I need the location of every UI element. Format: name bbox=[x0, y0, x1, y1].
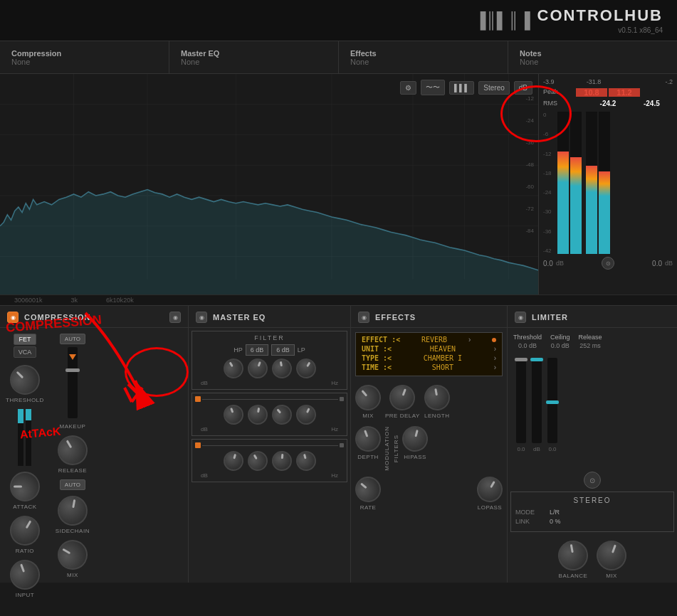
nav-mastereq-label: Master EQ bbox=[181, 49, 327, 58]
logo-icon: ▐║▌║▐ bbox=[475, 11, 530, 30]
limiter-faders: 0.0 dB 0.0 bbox=[508, 355, 677, 469]
input-label: INPUT bbox=[16, 592, 35, 598]
filter-knob-3 bbox=[272, 359, 292, 378]
makeup-fader[interactable] bbox=[68, 347, 78, 418]
auto-ratio-btn[interactable]: AUTO bbox=[60, 479, 85, 490]
release-label: RELEASE bbox=[58, 467, 87, 474]
rate-knob[interactable] bbox=[350, 471, 387, 507]
mastereq-power-btn[interactable]: ◉ bbox=[196, 312, 207, 323]
eq2-knob-4[interactable] bbox=[293, 401, 319, 428]
balance-knob[interactable] bbox=[556, 538, 591, 573]
stereo-btn[interactable]: Stereo bbox=[478, 81, 509, 95]
filters-label: FILTERS bbox=[393, 435, 399, 462]
eq3-knob-2[interactable] bbox=[243, 447, 271, 474]
filter-knob-3-ctrl[interactable] bbox=[270, 357, 293, 380]
release-fader-col: 0.0 bbox=[547, 358, 557, 466]
eq2-knob-1[interactable] bbox=[221, 402, 246, 428]
spectrum-area: ⚙ 〜〜 ▌▌▌ Stereo dB bbox=[0, 74, 677, 294]
depth-knob[interactable] bbox=[352, 423, 384, 455]
release-col: Release 252 ms bbox=[579, 334, 602, 349]
eq3-knob-1[interactable] bbox=[221, 449, 245, 473]
mix-knob[interactable] bbox=[350, 380, 387, 416]
mode-label: MODE bbox=[515, 509, 544, 516]
meter-bars: 0 -6 -12 -18 -24 -30 -36 -42 bbox=[543, 112, 673, 254]
ceiling-param-label: Ceiling bbox=[550, 334, 570, 341]
right-bar-1 bbox=[586, 112, 597, 254]
effects-line-3: TYPE :< CHAMBER I › bbox=[362, 354, 496, 362]
gr-meters bbox=[18, 409, 31, 466]
bars-btn[interactable]: ▌▌▌ bbox=[449, 81, 474, 95]
nav-compression-value: None bbox=[11, 58, 157, 66]
effects-panel: ◉ EFFECTS EFFECT :< REVERB › UNIT :< HEA… bbox=[351, 306, 508, 583]
makeup-indicator bbox=[69, 354, 76, 360]
effects-title: EFFECTS bbox=[375, 313, 416, 322]
filter-row-1 bbox=[195, 359, 344, 378]
effects-line-2: UNIT :< HEAVEN › bbox=[362, 345, 496, 353]
length-knob[interactable] bbox=[422, 383, 452, 413]
ceiling-param-val: 0.0 dB bbox=[551, 342, 570, 349]
waveform-btn[interactable]: 〜〜 bbox=[421, 80, 445, 95]
hipass-knob[interactable] bbox=[399, 423, 431, 455]
threshold-knob[interactable] bbox=[4, 359, 46, 400]
comp-mix-knob[interactable] bbox=[52, 534, 93, 575]
filter-db-label: dB bbox=[201, 380, 208, 386]
limiter-link-btn[interactable]: ⊙ bbox=[584, 472, 601, 489]
nav-effects[interactable]: Effects None bbox=[339, 41, 508, 73]
release-knob[interactable] bbox=[52, 430, 93, 470]
eq3-knob-4[interactable] bbox=[293, 449, 317, 473]
lopass-knob[interactable] bbox=[472, 472, 507, 506]
compression-extra-btn[interactable]: ◉ bbox=[169, 312, 181, 323]
filter-knob-4-ctrl[interactable] bbox=[292, 355, 319, 382]
filter-knob-1 bbox=[224, 359, 243, 378]
ceiling-fader[interactable] bbox=[532, 358, 542, 443]
nav-notes-value: None bbox=[520, 58, 666, 66]
db-btn[interactable]: dB bbox=[514, 81, 532, 95]
balance-label: BALANCE bbox=[559, 573, 588, 579]
eq3-knob-3[interactable] bbox=[271, 450, 292, 472]
sidechain-knob[interactable] bbox=[56, 494, 90, 529]
auto-btn[interactable]: AUTO bbox=[60, 334, 85, 344]
release-fader[interactable] bbox=[547, 358, 557, 443]
nav-compression[interactable]: Compression None bbox=[0, 41, 169, 73]
filter-knob-1-ctrl[interactable] bbox=[219, 355, 246, 382]
release-param-label: Release bbox=[579, 334, 602, 341]
comp-mix-label: MIX bbox=[67, 572, 78, 578]
spectrum-toolbar: ⚙ 〜〜 ▌▌▌ Stereo dB bbox=[400, 80, 532, 95]
fet-btn[interactable]: FET bbox=[14, 334, 37, 345]
left-bar-2 bbox=[570, 112, 582, 254]
threshold-col: Threshold 0.0 dB bbox=[513, 334, 542, 349]
nav-effects-label: Effects bbox=[350, 49, 496, 58]
eq-band-2: dB Hz bbox=[191, 393, 347, 436]
compression-power-btn[interactable]: ◉ bbox=[7, 312, 19, 323]
limiter-mix-knob[interactable] bbox=[592, 536, 631, 575]
app-title: CONTROLHUB bbox=[537, 6, 663, 25]
meter-link-btn[interactable]: ⊙ bbox=[602, 257, 614, 270]
bottom-panels: ◉ COMPRESSION ◉ FET VCA THRESHOLD bbox=[0, 305, 677, 583]
nav-mastereq[interactable]: Master EQ None bbox=[169, 41, 339, 73]
threshold-fader[interactable] bbox=[516, 358, 526, 443]
compression-header: ◉ COMPRESSION ◉ bbox=[0, 306, 188, 328]
lp-6db-btn[interactable]: 6 dB bbox=[271, 344, 295, 356]
threshold-param-label: Threshold bbox=[513, 334, 542, 341]
eq-band-2-knobs bbox=[195, 405, 344, 425]
eq2-knob-2[interactable] bbox=[246, 403, 268, 426]
eq2-knob-3[interactable] bbox=[268, 400, 295, 428]
eq-band-3: dB Hz bbox=[191, 439, 347, 482]
link-label: LINK bbox=[515, 518, 544, 525]
lp-label: LP bbox=[298, 346, 305, 354]
makeup-label: MAKEUP bbox=[59, 423, 85, 430]
settings-btn[interactable]: ⚙ bbox=[400, 81, 416, 95]
ratio-knob[interactable] bbox=[4, 510, 45, 551]
vca-btn[interactable]: VCA bbox=[14, 346, 37, 358]
input-knob[interactable] bbox=[6, 556, 44, 594]
pre-delay-knob[interactable] bbox=[386, 381, 419, 414]
nav-notes[interactable]: Notes None bbox=[508, 41, 677, 73]
filter-knob-2-ctrl[interactable] bbox=[245, 356, 271, 381]
band2-indicator bbox=[195, 396, 201, 402]
spectrum-y-axis: -12 -24 -36 -48 -60 -72 -84 bbox=[525, 95, 534, 234]
limiter-power-btn[interactable]: ◉ bbox=[515, 312, 526, 323]
hp-6db-btn[interactable]: 6 dB bbox=[246, 344, 269, 356]
effects-power-btn[interactable]: ◉ bbox=[358, 312, 369, 323]
threshold-fader-col: 0.0 bbox=[516, 358, 526, 466]
attack-knob[interactable] bbox=[10, 472, 40, 501]
